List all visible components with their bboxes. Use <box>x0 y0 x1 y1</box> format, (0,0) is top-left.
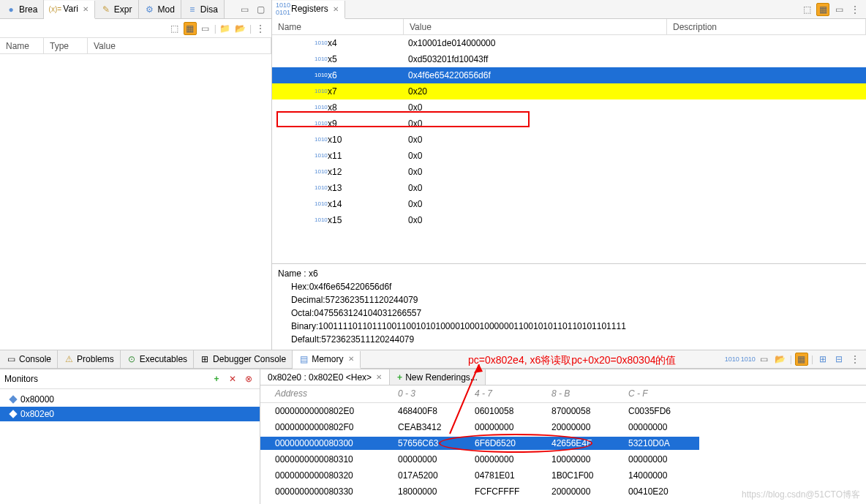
tab-disassembly[interactable]: ≡Disa <box>181 0 225 18</box>
col-name[interactable]: Name <box>0 38 44 53</box>
add-monitor-button[interactable]: + <box>210 372 223 385</box>
exec-icon: ⊙ <box>127 354 137 364</box>
variables-toolbar: ⬚ ▦ ▭ | 📁 📂 | ⋮ <box>0 19 271 38</box>
col-address[interactable]: Address <box>260 385 392 402</box>
tool-icon[interactable]: ▭ <box>199 22 212 35</box>
memory-row[interactable]: 0000000000080320017A520004781E011B0C1F00… <box>260 467 866 484</box>
memory-row[interactable]: 0000000000080310000000000000000010000000… <box>260 451 866 467</box>
register-icon: 1010 <box>315 40 325 47</box>
close-icon[interactable]: ✕ <box>376 373 382 381</box>
bottom-tabs: ▭Console ⚠Problems ⊙Executables ⊞Debugge… <box>0 350 866 369</box>
watermark: https://blog.csdn@51CTO博客 <box>742 489 860 501</box>
variables-columns: Name Type Value <box>0 38 271 54</box>
register-row[interactable]: 1010x150x0 <box>272 212 866 228</box>
close-icon[interactable]: ✕ <box>333 5 339 13</box>
remove-all-button[interactable]: ⊗ <box>242 372 255 385</box>
tool-icon[interactable]: 1010 <box>742 353 755 366</box>
tab-debugger-console[interactable]: ⊞Debugger Console <box>194 350 293 368</box>
register-row[interactable]: 1010x130x0 <box>272 180 866 196</box>
tool-icon[interactable]: ⊞ <box>816 353 829 366</box>
remove-monitor-button[interactable]: ✕ <box>226 372 239 385</box>
tool-icon[interactable]: ⊟ <box>832 353 846 366</box>
tab-executables[interactable]: ⊙Executables <box>121 350 194 368</box>
register-icon: 1010 <box>315 200 325 208</box>
monitor-item[interactable]: 0x802e0 <box>0 407 260 421</box>
col-c-f[interactable]: C - F <box>622 385 699 402</box>
breakpoint-icon: ● <box>6 4 16 15</box>
disa-icon: ≡ <box>187 4 197 15</box>
registers-icon: 10100101 <box>278 4 288 14</box>
register-row[interactable]: 1010x140x0 <box>272 196 866 212</box>
monitor-list[interactable]: 0x800000x802e0 <box>0 389 260 504</box>
minimize-icon[interactable]: ▭ <box>238 3 251 16</box>
register-row[interactable]: 1010x40x10001de014000000 <box>272 35 866 51</box>
col-8-b[interactable]: 8 - B <box>546 385 622 402</box>
register-row[interactable]: 1010x70x20 <box>272 83 866 99</box>
tool-icon[interactable]: ▦ <box>816 3 829 16</box>
tool-icon[interactable]: ⬚ <box>168 22 181 35</box>
register-icon: 1010 <box>315 184 325 192</box>
register-icon: 1010 <box>315 217 325 224</box>
maximize-icon[interactable]: ▢ <box>254 3 267 16</box>
monitors-pane: Monitors + ✕ ⊗ 0x800000x802e0 <box>0 369 260 504</box>
col-name[interactable]: Name <box>272 19 404 34</box>
register-icon: 1010 <box>315 136 325 143</box>
tab-breakpoints[interactable]: ●Brea <box>0 0 44 18</box>
tool-icon[interactable]: 📁 <box>219 22 232 35</box>
register-icon: 1010 <box>315 56 325 63</box>
col-0-3[interactable]: 0 - 3 <box>392 385 469 402</box>
col-type[interactable]: Type <box>44 38 88 53</box>
col-desc[interactable]: Description <box>667 19 866 34</box>
memory-body[interactable]: 00000000000802E0468400F80601005887000058… <box>260 403 866 500</box>
close-icon[interactable]: ✕ <box>83 5 89 13</box>
memory-view: 0x802e0 : 0x802E0 <Hex>✕ +New Renderings… <box>260 369 866 504</box>
tab-console[interactable]: ▭Console <box>0 350 58 368</box>
tool-icon[interactable]: ▦ <box>795 353 808 366</box>
close-icon[interactable]: ✕ <box>348 355 354 363</box>
memory-tab-hex[interactable]: 0x802e0 : 0x802E0 <Hex>✕ <box>260 369 390 385</box>
tool-icon[interactable]: 📂 <box>234 22 247 35</box>
register-icon: 1010 <box>315 88 325 95</box>
variables-icon: (x)= <box>50 4 60 14</box>
tool-icon[interactable]: 1010 <box>726 353 739 366</box>
menu-icon[interactable]: ⋮ <box>848 353 862 366</box>
memory-row[interactable]: 000000000008030057656C636F6D652042656E4F… <box>260 435 866 451</box>
tool-icon[interactable]: ▭ <box>832 3 846 16</box>
diamond-icon <box>9 395 17 403</box>
registers-tabs: 10100101 Registers ✕ ⬚ ▦ ▭ ⋮ <box>272 0 866 19</box>
tool-icon[interactable]: 📂 <box>774 353 787 366</box>
tool-icon[interactable]: ▦ <box>184 22 197 35</box>
menu-icon[interactable]: ⋮ <box>254 22 267 35</box>
register-detail: Name : x6 Hex:0x4f6e654220656d6f Decimal… <box>272 263 866 350</box>
debug-console-icon: ⊞ <box>200 354 210 364</box>
tab-memory[interactable]: ▤Memory✕ <box>293 351 360 369</box>
col-value[interactable]: Value <box>404 19 667 34</box>
register-row[interactable]: 1010x120x0 <box>272 164 866 180</box>
registers-table[interactable]: 1010x40x10001de0140000001010x50xd503201f… <box>272 35 866 263</box>
diamond-icon <box>9 410 17 418</box>
tab-modules[interactable]: ⚙Mod <box>139 0 181 18</box>
expr-icon: ✎ <box>101 4 111 15</box>
register-icon: 1010 <box>315 168 325 176</box>
col-value[interactable]: Value <box>88 38 271 53</box>
memory-columns: Address 0 - 3 4 - 7 8 - B C - F <box>260 385 866 403</box>
tab-registers[interactable]: 10100101 Registers ✕ <box>272 1 345 19</box>
tool-icon[interactable]: ▭ <box>758 353 771 366</box>
monitor-item[interactable]: 0x80000 <box>0 392 260 407</box>
highlight-box <box>276 111 530 127</box>
memory-tab-new[interactable]: +New Renderings... <box>390 369 486 385</box>
tab-expressions[interactable]: ✎Expr <box>95 0 139 18</box>
register-row[interactable]: 1010x50xd503201fd10043ff <box>272 51 866 67</box>
register-row[interactable]: 1010x100x0 <box>272 132 866 148</box>
tool-icon[interactable]: ⬚ <box>800 3 813 16</box>
menu-icon[interactable]: ⋮ <box>848 3 862 16</box>
memory-row[interactable]: 00000000000802E0468400F80601005887000058… <box>260 403 866 419</box>
registers-pane: 10100101 Registers ✕ ⬚ ▦ ▭ ⋮ Name Value … <box>272 0 866 350</box>
register-row[interactable]: 1010x110x0 <box>272 148 866 164</box>
tab-variables[interactable]: (x)=Vari✕ <box>44 1 94 19</box>
register-icon: 1010 <box>315 152 325 159</box>
col-4-7[interactable]: 4 - 7 <box>469 385 546 402</box>
memory-row[interactable]: 00000000000802F0CEAB34120000000020000000… <box>260 419 866 435</box>
register-row[interactable]: 1010x60x4f6e654220656d6f <box>272 67 866 83</box>
tab-problems[interactable]: ⚠Problems <box>58 350 121 368</box>
